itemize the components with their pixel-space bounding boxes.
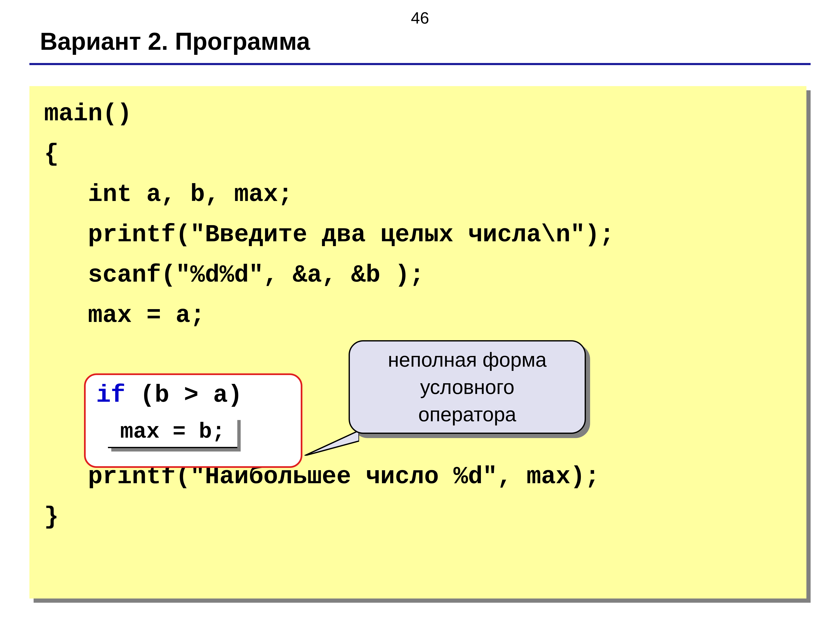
if-statement: if (b > a): [96, 381, 242, 409]
code-line-6: max = a;: [44, 302, 205, 329]
callout-text: неполная форма условного оператора: [388, 346, 546, 428]
title-underline: [29, 63, 811, 65]
maxb-text: max = b;: [120, 419, 225, 444]
code-line-5: scanf("%d%d", &a, &b );: [44, 261, 424, 289]
callout-bubble: неполная форма условного оператора: [349, 340, 586, 434]
if-keyword: if: [96, 381, 125, 409]
if-condition: (b > a): [125, 381, 242, 409]
code-line-4: printf("Введите два целых числа\n");: [44, 221, 614, 249]
code-listing: main() { int a, b, max; printf("Введите …: [44, 94, 614, 537]
callout-tail-icon: [305, 428, 359, 456]
code-line-1: main(): [44, 100, 132, 128]
code-line-3: int a, b, max;: [44, 181, 292, 208]
slide: 46 Вариант 2. Программа main() { int a, …: [0, 0, 840, 630]
svg-marker-0: [305, 431, 359, 456]
maxb-box: max = b;: [108, 417, 237, 448]
code-line-2: {: [44, 140, 59, 168]
code-line-11: }: [44, 503, 59, 531]
page-number: 46: [0, 8, 840, 27]
slide-title: Вариант 2. Программа: [40, 27, 310, 55]
